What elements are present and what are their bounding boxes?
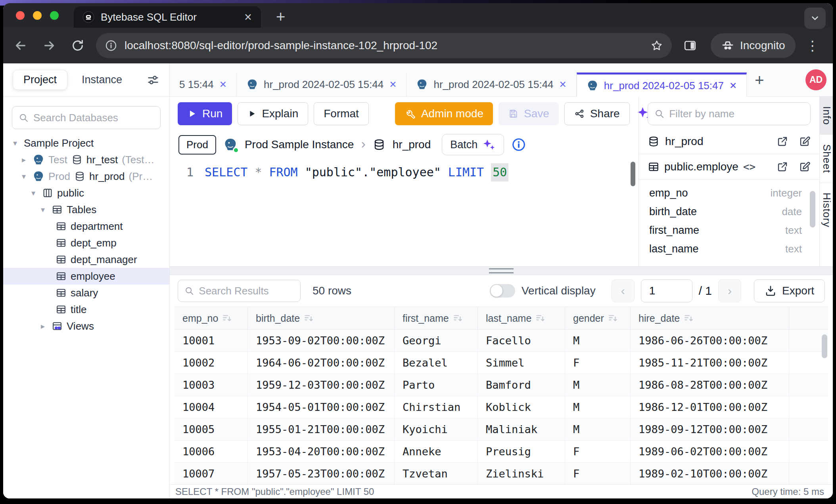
filter-sliders-icon[interactable] (146, 73, 160, 87)
external-link-icon[interactable] (777, 161, 788, 173)
sql-editor[interactable]: 1 SELECT * FROM "public"."employee" LIMI… (170, 158, 639, 266)
close-icon[interactable]: ✕ (219, 79, 227, 90)
format-button[interactable]: Format (314, 102, 369, 125)
tree-item-table-employee[interactable]: employee (3, 268, 169, 284)
prev-page-button[interactable]: ‹ (612, 279, 635, 302)
table-scrollbar[interactable] (822, 334, 827, 358)
maximize-window-button[interactable] (50, 11, 59, 20)
caret-down-icon[interactable]: ▾ (19, 172, 29, 181)
table-row[interactable]: 10001 1953-09-02T00:00:00Z Georgi Facell… (174, 330, 828, 352)
schema-database-row[interactable]: hr_prod (639, 129, 819, 154)
sort-icon[interactable] (684, 313, 694, 323)
table-row[interactable]: 10004 1954-05-01T00:00:00Z Chirstian Kob… (174, 396, 828, 418)
tab-instance[interactable]: Instance (82, 74, 122, 86)
environment-chip[interactable]: Prod (178, 135, 216, 155)
edit-icon[interactable] (799, 136, 811, 147)
editor-scrollbar[interactable] (631, 162, 635, 186)
tab-sheet[interactable]: Sheet (820, 135, 833, 183)
search-databases-input[interactable] (12, 106, 161, 129)
external-link-icon[interactable] (777, 136, 788, 147)
url-text[interactable]: localhost:8080/sql-editor/prod-sample-in… (125, 39, 643, 52)
explain-button[interactable]: Explain (238, 102, 308, 125)
sheet-tab-2[interactable]: hr_prod 2024-02-05 15:44 ✕ (237, 73, 406, 96)
column-row[interactable]: first_name text (649, 221, 802, 240)
caret-right-icon[interactable]: ▸ (38, 321, 48, 331)
table-row[interactable]: 10007 1957-05-23T00:00:00Z Tzvetan Zieli… (174, 463, 828, 484)
bookmark-star-icon[interactable] (650, 39, 663, 52)
close-icon[interactable]: ✕ (729, 80, 737, 91)
sheet-tab-4-active[interactable]: hr_prod 2024-02-05 15:47 ✕ (577, 73, 747, 97)
schema-panel-scrollbar[interactable] (810, 191, 815, 227)
admin-mode-button[interactable]: Admin mode (395, 102, 493, 125)
column-row[interactable]: last_name text (649, 240, 802, 258)
share-button[interactable]: Share (564, 102, 630, 125)
tree-item-project[interactable]: ▾ Sample Project (3, 135, 169, 151)
new-sheet-button[interactable]: + (755, 72, 764, 88)
tree-item-schema-public[interactable]: ▾ public (3, 185, 169, 201)
run-button[interactable]: Run (178, 102, 232, 125)
search-databases-field[interactable] (33, 112, 154, 124)
save-button[interactable]: Save (499, 102, 559, 125)
database-name[interactable]: hr_prod (393, 138, 431, 151)
sort-icon[interactable] (304, 313, 314, 323)
tree-item-table-department[interactable]: department (3, 218, 169, 235)
sort-icon[interactable] (222, 313, 232, 323)
caret-down-icon[interactable]: ▾ (38, 205, 48, 214)
tree-item-test-instance[interactable]: ▸ Test hr_test (Test… (3, 151, 169, 168)
side-panel-button[interactable] (681, 38, 699, 53)
drag-handle-icon[interactable] (489, 268, 514, 273)
back-button[interactable] (12, 38, 29, 53)
filter-by-name-field[interactable] (669, 108, 804, 120)
url-bar[interactable]: localhost:8080/sql-editor/prod-sample-in… (96, 33, 672, 58)
tab-project[interactable]: Project (13, 70, 67, 90)
minimize-window-button[interactable] (33, 11, 42, 20)
forward-button[interactable] (40, 38, 58, 53)
user-avatar[interactable]: AD (805, 69, 826, 90)
panel-splitter[interactable] (170, 266, 833, 275)
caret-down-icon[interactable]: ▾ (29, 188, 38, 198)
sort-icon[interactable] (608, 313, 618, 323)
reload-button[interactable] (69, 39, 86, 52)
table-row[interactable]: 10003 1959-12-03T00:00:00Z Parto Bamford… (174, 374, 828, 396)
tree-item-table-dept-emp[interactable]: dept_emp (3, 235, 169, 251)
tree-item-prod-instance[interactable]: ▾ Prod hr_prod (Pr… (3, 168, 169, 185)
search-results-input[interactable] (178, 280, 301, 302)
tree-item-views-group[interactable]: ▸ Views (3, 318, 169, 334)
instance-name[interactable]: Prod Sample Instance (245, 138, 354, 151)
tree-item-table-dept-manager[interactable]: dept_manager (3, 251, 169, 268)
sheet-tab-3[interactable]: hr_prod 2024-02-05 15:44 ✕ (406, 73, 576, 96)
tree-item-tables-group[interactable]: ▾ Tables (3, 201, 169, 218)
sort-icon[interactable] (453, 313, 463, 323)
tab-history[interactable]: History (820, 183, 833, 237)
next-page-button[interactable]: › (718, 279, 741, 302)
edit-icon[interactable] (799, 161, 811, 173)
tree-item-table-title[interactable]: title (3, 301, 169, 318)
column-header[interactable]: birth_date (248, 307, 395, 329)
page-number-input[interactable] (641, 279, 692, 302)
column-header[interactable]: emp_no (174, 307, 248, 329)
browser-tab-close-icon[interactable]: ✕ (244, 11, 252, 23)
sheet-tab-1[interactable]: 5 15:44 ✕ (170, 73, 237, 96)
tab-info[interactable]: Info (820, 97, 833, 135)
close-icon[interactable]: ✕ (559, 79, 567, 90)
table-row[interactable]: 10006 1953-04-20T00:00:00Z Anneke Preusi… (174, 441, 828, 463)
code-icon[interactable]: <> (743, 161, 755, 173)
batch-button[interactable]: Batch (442, 134, 504, 155)
caret-right-icon[interactable]: ▸ (19, 155, 29, 164)
site-info-icon[interactable] (105, 39, 117, 52)
tab-search-chevron-button[interactable] (804, 8, 826, 29)
export-button[interactable]: Export (754, 279, 825, 302)
column-header[interactable]: last_name (478, 307, 565, 329)
sort-icon[interactable] (535, 313, 546, 323)
info-circle-icon[interactable] (511, 137, 526, 152)
close-window-button[interactable] (16, 11, 25, 20)
filter-by-name-input[interactable] (648, 102, 811, 125)
vertical-display-toggle[interactable] (490, 284, 515, 298)
column-header[interactable]: hire_date (631, 307, 789, 329)
column-row[interactable]: birth_date date (649, 202, 802, 221)
tree-item-table-salary[interactable]: salary (3, 284, 169, 301)
search-results-field[interactable] (199, 285, 294, 297)
column-header[interactable]: first_name (395, 307, 478, 329)
column-header[interactable]: gender (565, 307, 631, 329)
browser-menu-button[interactable]: ⋮ (806, 38, 819, 53)
